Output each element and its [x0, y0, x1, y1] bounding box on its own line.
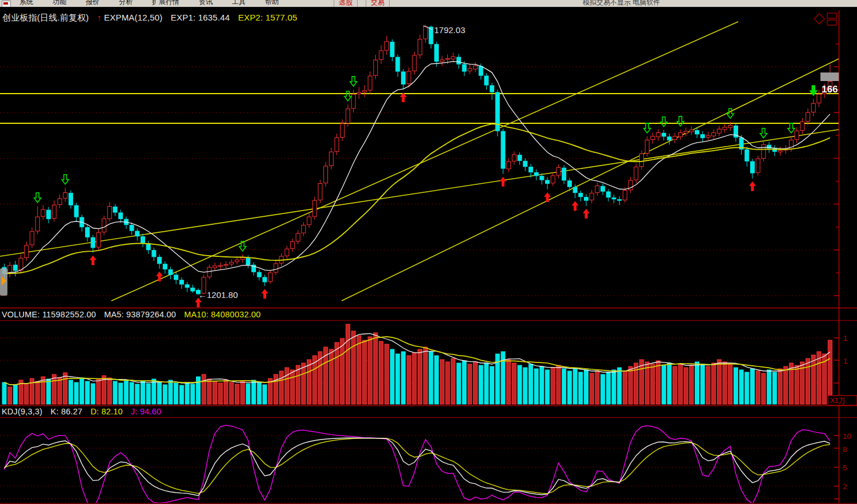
menu-item-highlight[interactable]: 选股 [334, 0, 358, 7]
diamond-icon[interactable] [814, 14, 824, 24]
menubar-items: 系统功能报价分析扩展行情资讯工具帮助 [17, 0, 857, 7]
kdj-d-value: D: 82.10 [90, 407, 122, 416]
app-icon[interactable] [2, 1, 11, 7]
peak-annotation: 1792.03 [434, 25, 465, 35]
menu-item[interactable]: 报价 [83, 0, 102, 7]
menubar-right-text: 模拟交易不显示 电脑软件 [583, 0, 660, 7]
menu-item[interactable]: 分析 [117, 0, 135, 7]
kdj-header: KDJ(9,3,3) K: 86.27 D: 82.10 J: 94.60 [2, 407, 161, 416]
menu-item[interactable]: 系统 [17, 0, 35, 7]
low-annotation: ←1201.80 [198, 290, 238, 300]
trendline-drawings[interactable] [0, 22, 839, 301]
kdj-name[interactable]: KDJ(9,3,3) [2, 407, 42, 416]
indicator-name[interactable]: EXPMA(12,50) [104, 13, 162, 22]
kdj-axis-20: 2 [843, 482, 847, 491]
exp1-value: EXP1: 1635.44 [171, 13, 230, 22]
candlestick-series [2, 25, 832, 295]
chart-canvas[interactable]: 166 1792.03 ←1201.80 1 1 X1万 10 8 5 2 [0, 0, 857, 504]
volume-axis-label-1: 1 [843, 334, 847, 342]
kdj-axis-100: 10 [843, 432, 851, 441]
volume-ma10-value: MA10: 84080032.00 [184, 310, 261, 319]
up-arrow-icon: ↑ [97, 13, 102, 22]
menu-item[interactable]: 帮助 [263, 0, 281, 7]
menu-item[interactable]: 功能 [50, 0, 69, 7]
menu-item[interactable]: 资讯 [197, 0, 215, 7]
menubar-highlight-items: 选股交易 [334, 0, 390, 7]
main-chart-header: 创业板指(日线.前复权) ↑ EXPMA(12,50) EXP1: 1635.4… [2, 13, 297, 23]
kdj-axis-50: 5 [843, 463, 847, 472]
window-restore-icon[interactable] [827, 13, 836, 18]
volume-value: VOLUME: 115982552.00 [2, 310, 96, 319]
window-restore-icon2[interactable] [827, 20, 836, 25]
volume-ma5-value: MA5: 93879264.00 [104, 310, 176, 319]
latest-price-tag [820, 72, 839, 81]
kdj-panel-graphics [0, 425, 839, 504]
main-gridlines [0, 67, 839, 296]
volume-unit-label[interactable]: X1万 [830, 397, 846, 405]
volume-axis-label-2: 1 [843, 357, 847, 365]
kdj-j-value: J: 94.60 [131, 407, 161, 416]
menubar: 系统功能报价分析扩展行情资讯工具帮助 选股交易 模拟交易不显示 电脑软件 [0, 0, 857, 7]
window-corner-icons[interactable] [814, 13, 836, 25]
volume-unit-box[interactable]: X1万 [828, 396, 857, 405]
latest-price-text: 166 [822, 84, 838, 95]
trading-terminal-window: 166 1792.03 ←1201.80 1 1 X1万 10 8 5 2 系统… [0, 0, 857, 504]
menu-item-highlight[interactable]: 交易 [366, 0, 390, 7]
exp2-value: EXP2: 1577.05 [238, 13, 298, 22]
volume-header: VOLUME: 115982552.00 MA5: 93879264.00 MA… [2, 310, 261, 319]
kdj-k-value: K: 86.27 [51, 407, 83, 416]
panel-expand-handle[interactable] [0, 268, 7, 296]
menu-item[interactable]: 扩展行情 [150, 0, 182, 7]
volume-panel-graphics [0, 324, 839, 404]
symbol-title: 创业板指(日线.前复权) [2, 13, 89, 22]
kdj-axis-80: 8 [843, 445, 847, 454]
menu-item[interactable]: 工具 [230, 0, 248, 7]
